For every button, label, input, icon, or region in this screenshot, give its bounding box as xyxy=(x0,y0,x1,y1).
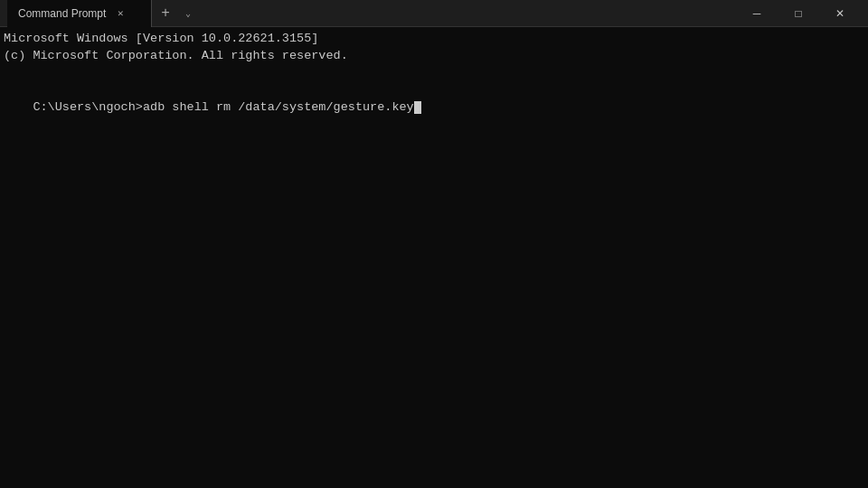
tab-area: Command Prompt ✕ + ⌄ xyxy=(7,0,729,27)
terminal-line-empty xyxy=(4,65,864,82)
maximize-button[interactable]: □ xyxy=(778,0,819,27)
tab-label: Command Prompt xyxy=(18,7,106,20)
terminal-command: adb shell rm /data/system/gesture.key xyxy=(143,100,414,114)
tab-close-button[interactable]: ✕ xyxy=(113,6,127,21)
new-tab-button[interactable]: + xyxy=(152,0,179,27)
terminal-line-1: Microsoft Windows [Version 10.0.22621.31… xyxy=(4,31,864,48)
minimize-button[interactable]: ─ xyxy=(736,0,778,27)
terminal-command-line: C:\Users\ngoch>adb shell rm /data/system… xyxy=(4,82,864,134)
window-controls: ─ □ ✕ xyxy=(736,0,861,27)
cursor-blink xyxy=(414,101,421,114)
close-button[interactable]: ✕ xyxy=(819,0,861,27)
terminal-body[interactable]: Microsoft Windows [Version 10.0.22621.31… xyxy=(0,27,868,488)
terminal-line-2: (c) Microsoft Corporation. All rights re… xyxy=(4,48,864,65)
tab-dropdown-button[interactable]: ⌄ xyxy=(179,0,197,27)
active-tab[interactable]: Command Prompt ✕ xyxy=(7,0,152,27)
title-bar: Command Prompt ✕ + ⌄ ─ □ ✕ xyxy=(0,0,868,27)
terminal-prompt: C:\Users\ngoch> xyxy=(33,100,143,114)
